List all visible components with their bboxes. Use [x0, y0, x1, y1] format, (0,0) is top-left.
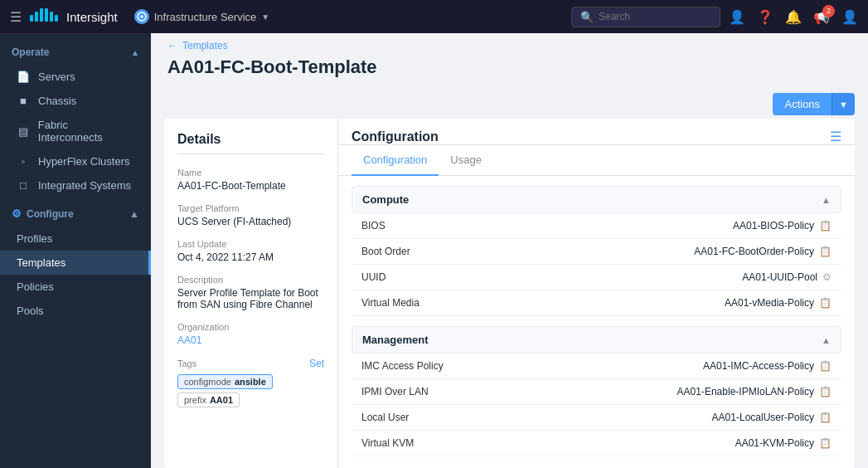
tag-val-1: AA01	[210, 395, 233, 405]
service-dropdown-icon[interactable]: ▼	[261, 12, 269, 22]
bootorder-copy-icon[interactable]: 📋	[819, 246, 832, 257]
main-layout: Operate ▲ 📄 Servers ■ Chassis ▤ Fabric I…	[0, 33, 868, 468]
config-tabs: Configuration Usage	[338, 145, 855, 176]
vmedia-label: Virtual Media	[352, 290, 514, 316]
search-input[interactable]	[599, 11, 698, 22]
vkvm-copy-icon[interactable]: 📋	[819, 437, 832, 449]
imc-value: AA01-IMC-Access-Policy	[703, 360, 814, 372]
service-name: Infrastructure Service	[154, 11, 257, 23]
megaphone-icon[interactable]: 📢 2	[813, 9, 830, 25]
ipmi-value-cell: AA01-Enable-IPMIoLAN-Policy 📋	[532, 379, 841, 404]
page-title: AA01-FC-Boot-Template	[151, 55, 868, 86]
svg-rect-3	[45, 8, 48, 22]
configure-icon: ⚙	[12, 207, 22, 220]
tags-label: Tags	[177, 358, 196, 368]
management-chevron-icon: ▲	[822, 335, 831, 345]
servers-icon: 📄	[17, 71, 30, 83]
sidebar-item-label: Chassis	[38, 95, 76, 107]
configure-label: Configure	[27, 208, 74, 220]
operate-label: Operate	[12, 46, 49, 58]
imc-label: IMC Access Policy	[352, 353, 532, 379]
detail-platform-field: Target Platform UCS Server (FI-Attached)	[177, 203, 324, 227]
configure-section-header[interactable]: ⚙ Configure ▲	[0, 201, 151, 227]
search-icon: 🔍	[580, 11, 594, 23]
svg-rect-5	[55, 15, 58, 22]
fabric-icon: ▤	[17, 125, 30, 138]
tag-configmode: configmode ansible	[177, 374, 273, 389]
vmedia-copy-icon[interactable]: 📋	[819, 297, 832, 309]
compute-section-header[interactable]: Compute ▲	[352, 186, 841, 213]
cisco-logo-icon	[30, 8, 60, 25]
operate-section-header[interactable]: Operate ▲	[0, 40, 151, 65]
user-icon[interactable]: 👤	[729, 9, 745, 25]
sidebar: Operate ▲ 📄 Servers ■ Chassis ▤ Fabric I…	[0, 33, 151, 468]
compute-table: BIOS AA01-BIOS-Policy 📋 Boot Order AA01-…	[352, 213, 841, 316]
main-panels: Details Name AA01-FC-Boot-Template Targe…	[151, 119, 868, 468]
localuser-copy-icon[interactable]: 📋	[819, 412, 832, 423]
uuid-label: UUID	[352, 265, 514, 290]
localuser-value: AA01-LocalUser-Policy	[712, 412, 814, 423]
svg-rect-4	[50, 12, 53, 22]
tags-set-link[interactable]: Set	[309, 358, 324, 369]
table-row: Boot Order AA01-FC-BootOrder-Policy 📋	[352, 239, 841, 265]
sidebar-item-integrated-systems[interactable]: □ Integrated Systems	[0, 173, 151, 197]
search-bar[interactable]: 🔍	[571, 7, 720, 27]
breadcrumb-parent[interactable]: Templates	[182, 40, 228, 51]
service-label: Infrastructure Service ▼	[134, 9, 269, 24]
actions-button[interactable]: Actions	[773, 93, 832, 115]
detail-name-field: Name AA01-FC-Boot-Template	[177, 168, 324, 192]
sidebar-item-hyperflex[interactable]: ◦ HyperFlex Clusters	[0, 149, 151, 173]
actions-dropdown-button[interactable]: ▼	[832, 93, 855, 115]
config-title: Configuration	[352, 129, 439, 144]
detail-description-field: Description Server Profile Template for …	[177, 275, 324, 310]
ipmi-copy-icon[interactable]: 📋	[819, 386, 832, 397]
sidebar-item-pools[interactable]: Pools	[0, 299, 151, 323]
svg-rect-1	[35, 12, 38, 22]
hamburger-menu[interactable]: ☰	[10, 9, 22, 25]
service-icon	[134, 9, 149, 24]
svg-rect-0	[30, 15, 33, 22]
sidebar-item-chassis[interactable]: ■ Chassis	[0, 89, 151, 113]
uuid-link-icon[interactable]: ⚙	[822, 271, 832, 283]
layout-icon[interactable]: ☰	[830, 129, 841, 144]
sidebar-item-profiles[interactable]: Profiles	[0, 227, 151, 251]
bios-copy-icon[interactable]: 📋	[819, 220, 832, 232]
bios-value-cell: AA01-BIOS-Policy 📋	[514, 213, 841, 238]
org-value[interactable]: AA01	[177, 334, 324, 346]
brand-logo: Intersight	[30, 8, 118, 25]
chassis-icon: ■	[17, 95, 30, 107]
vkvm-label: Virtual KVM	[352, 431, 532, 456]
detail-org-field: Organization AA01	[177, 322, 324, 346]
sidebar-item-label: Fabric Interconnects	[38, 119, 134, 144]
help-icon[interactable]: ❓	[757, 9, 773, 25]
bell-icon[interactable]: 🔔	[785, 9, 802, 25]
tab-usage[interactable]: Usage	[439, 145, 493, 176]
name-value: AA01-FC-Boot-Template	[177, 180, 324, 192]
table-row: Virtual KVM AA01-KVM-Policy 📋	[352, 431, 841, 456]
vmedia-value-cell: AA01-vMedia-Policy 📋	[514, 290, 841, 315]
templates-label: Templates	[17, 256, 65, 269]
bios-label: BIOS	[352, 213, 514, 239]
sidebar-item-servers[interactable]: 📄 Servers	[0, 65, 151, 89]
sidebar-item-label: HyperFlex Clusters	[38, 155, 130, 168]
details-title: Details	[177, 132, 324, 154]
ipmi-value: AA01-Enable-IPMIoLAN-Policy	[677, 386, 814, 397]
imc-copy-icon[interactable]: 📋	[819, 360, 832, 372]
sidebar-item-policies[interactable]: Policies	[0, 275, 151, 299]
profile-icon[interactable]: 👤	[841, 9, 858, 25]
update-label: Last Update	[177, 239, 324, 249]
config-panel-header: Configuration ☰	[338, 119, 855, 145]
bootorder-label: Boot Order	[352, 239, 514, 265]
uuid-value: AA01-UUID-Pool	[742, 271, 817, 283]
tag-key-1: prefix	[184, 395, 206, 405]
sidebar-item-templates[interactable]: Templates	[0, 251, 151, 275]
tag-prefix: prefix AA01	[177, 392, 240, 407]
details-panel: Details Name AA01-FC-Boot-Template Targe…	[164, 119, 338, 468]
localuser-label: Local User	[352, 405, 532, 431]
pools-label: Pools	[17, 305, 44, 317]
tags-header: Tags Set	[177, 358, 324, 369]
management-section-header[interactable]: Management ▲	[352, 326, 841, 353]
compute-chevron-icon: ▲	[822, 195, 831, 205]
sidebar-item-fabric-interconnects[interactable]: ▤ Fabric Interconnects	[0, 113, 151, 149]
tab-configuration[interactable]: Configuration	[352, 145, 439, 176]
